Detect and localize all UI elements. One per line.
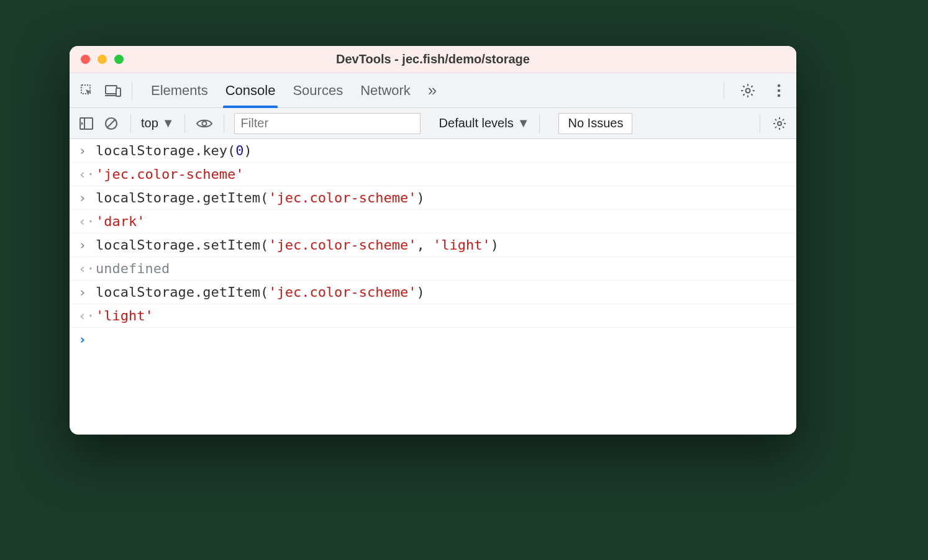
input-marker-icon: › — [78, 237, 89, 253]
maximize-button[interactable] — [114, 55, 124, 64]
svg-point-13 — [778, 122, 781, 125]
separator — [760, 114, 760, 133]
console-settings-gear-icon[interactable] — [770, 114, 789, 133]
filter-input[interactable] — [234, 113, 421, 134]
output-marker-icon: ‹· — [78, 166, 89, 182]
output-marker-icon: ‹· — [78, 261, 89, 276]
device-toolbar-icon[interactable] — [102, 79, 124, 102]
console-prompt-row[interactable]: › — [70, 328, 796, 351]
console-input-row: ›localStorage.getItem('jec.color-scheme'… — [70, 281, 796, 304]
clear-console-icon[interactable] — [102, 114, 121, 133]
settings-gear-icon[interactable] — [737, 79, 759, 102]
context-label: top — [141, 116, 158, 130]
separator — [184, 114, 185, 133]
input-marker-icon: › — [78, 190, 89, 205]
input-marker-icon: › — [78, 143, 89, 158]
console-input-line: localStorage.getItem('jec.color-scheme') — [96, 284, 425, 300]
separator — [224, 114, 224, 133]
console-output-row: ‹·'dark' — [70, 210, 796, 233]
tab-sources[interactable]: Sources — [293, 73, 343, 107]
separator — [539, 114, 540, 133]
console-prompt-input[interactable] — [96, 332, 104, 347]
input-marker-icon: › — [78, 284, 89, 300]
output-marker-icon: ‹· — [78, 308, 89, 323]
traffic-lights — [70, 55, 124, 64]
panel-tabs: Elements Console Sources Network » — [151, 73, 437, 107]
execution-context-select[interactable]: top ▼ — [141, 116, 175, 130]
svg-point-6 — [778, 89, 781, 92]
inspect-icon[interactable] — [76, 79, 98, 102]
console-output-line: 'dark' — [96, 214, 145, 229]
console-output-line: 'light' — [96, 308, 153, 323]
tab-elements[interactable]: Elements — [151, 73, 208, 107]
console-input-row: ›localStorage.setItem('jec.color-scheme'… — [70, 233, 796, 257]
console-output-row: ‹·'light' — [70, 304, 796, 328]
chevron-down-icon: ▼ — [162, 116, 175, 130]
levels-label: Default levels — [439, 116, 514, 130]
console-toolbar: top ▼ Default levels ▼ No Issues — [70, 108, 796, 139]
svg-point-12 — [202, 121, 206, 125]
console-input-line: localStorage.setItem('jec.color-scheme',… — [96, 237, 499, 253]
console-output-row: ‹·undefined — [70, 257, 796, 281]
output-marker-icon: ‹· — [78, 214, 89, 229]
tabs-overflow[interactable]: » — [428, 73, 437, 107]
console-output-line: undefined — [96, 261, 170, 276]
console-output[interactable]: ›localStorage.key(0)‹·'jec.color-scheme'… — [70, 139, 796, 435]
svg-point-4 — [746, 88, 750, 93]
tab-console[interactable]: Console — [225, 73, 276, 107]
close-button[interactable] — [81, 55, 90, 64]
log-levels-select[interactable]: Default levels ▼ — [439, 116, 530, 130]
svg-point-5 — [778, 84, 781, 87]
titlebar: DevTools - jec.fish/demo/storage — [70, 46, 796, 73]
issues-button[interactable]: No Issues — [558, 113, 632, 134]
svg-rect-3 — [116, 88, 121, 96]
console-input-row: ›localStorage.getItem('jec.color-scheme'… — [70, 186, 796, 210]
minimize-button[interactable] — [98, 55, 107, 64]
separator — [724, 81, 724, 100]
devtools-window: DevTools - jec.fish/demo/storage Element… — [70, 46, 796, 435]
live-expression-eye-icon[interactable] — [195, 114, 214, 133]
sidebar-toggle-icon[interactable] — [77, 114, 96, 133]
console-input-row: ›localStorage.key(0) — [70, 139, 796, 163]
prompt-marker-icon: › — [78, 332, 89, 347]
separator — [130, 114, 131, 133]
console-output-line: 'jec.color-scheme' — [96, 166, 243, 182]
svg-line-11 — [107, 120, 115, 127]
separator — [132, 81, 132, 100]
window-title: DevTools - jec.fish/demo/storage — [70, 52, 796, 66]
console-input-line: localStorage.key(0) — [96, 143, 252, 158]
panel-tabbar: Elements Console Sources Network » — [70, 73, 796, 108]
console-output-row: ‹·'jec.color-scheme' — [70, 163, 796, 186]
svg-point-7 — [778, 94, 781, 97]
console-input-line: localStorage.getItem('jec.color-scheme') — [96, 190, 425, 205]
more-icon[interactable] — [768, 79, 790, 102]
svg-rect-1 — [106, 86, 117, 94]
tab-network[interactable]: Network — [360, 73, 411, 107]
tabbar-right — [720, 79, 790, 102]
chevron-down-icon: ▼ — [517, 116, 530, 130]
